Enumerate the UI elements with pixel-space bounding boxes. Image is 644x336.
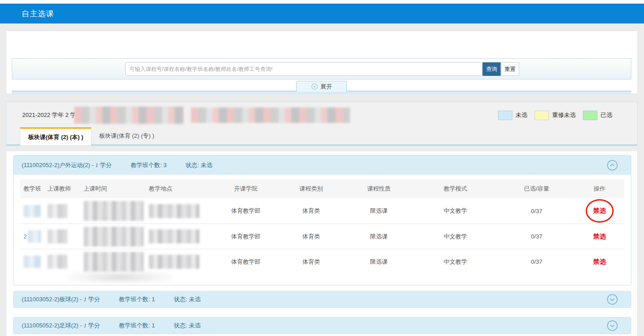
cell-nature: 限选课 <box>345 207 413 215</box>
cell-category: 体育类 <box>277 258 345 266</box>
redacted-smudge <box>20 274 624 285</box>
status-label: 状态: 未选 <box>174 295 200 303</box>
cell-nature: 限选课 <box>345 258 413 266</box>
class-count: 教学班个数: 1 <box>119 295 155 303</box>
search-panel: 查询 重置 展开 <box>6 31 638 94</box>
cell-mode: 中文教学 <box>412 233 498 241</box>
col-time: 上课时间 <box>84 185 149 193</box>
app-header: 自主选课 <box>0 4 644 23</box>
col-class: 教学班 <box>20 185 47 193</box>
forbid-select-button[interactable]: 禁选 <box>593 207 606 214</box>
redacted-blur <box>47 255 67 269</box>
search-input[interactable] <box>125 62 483 76</box>
course-title: (111005052-2)足球(2) - 1 学分 <box>22 322 100 330</box>
course-list-area: (111002052-2)户外运动(2) - 1 学分 教学班个数: 3 状态:… <box>6 151 638 336</box>
cell-mode: 中文教学 <box>412 207 498 215</box>
legend-label: 已选 <box>601 111 612 119</box>
col-nature: 课程性质 <box>345 185 413 193</box>
redacted-blur <box>191 107 350 123</box>
legend-item-retake-unselected: 重修未选 <box>535 111 576 120</box>
col-category: 课程类别 <box>277 185 345 193</box>
class-id-link[interactable]: 2 <box>24 233 27 240</box>
col-college: 开课学院 <box>214 185 278 193</box>
course-panel-football[interactable]: (111005052-2)足球(2) - 1 学分 教学班个数: 1 状态: 未… <box>13 317 631 334</box>
table-header-row: 教学班 上课教师 上课时间 教学地点 开课学院 课程类别 课程性质 教学模式 已… <box>20 179 624 198</box>
col-mode: 教学模式 <box>412 185 498 193</box>
query-button[interactable]: 查询 <box>483 62 501 76</box>
course-card-outdoor: (111002052-2)户外运动(2) - 1 学分 教学班个数: 3 状态:… <box>13 155 631 285</box>
tab-sports-undergrad[interactable]: 板块课(体育 (2) (本) ) <box>20 127 91 145</box>
col-action: 操作 <box>575 185 624 193</box>
term-label: 2021-2022 学年 2 学期 <box>22 111 82 119</box>
col-teacher: 上课教师 <box>47 185 84 193</box>
cell-mode: 中文教学 <box>412 258 498 266</box>
col-capacity: 已选/容量 <box>498 185 575 193</box>
course-title: (111002052-2)户外运动(2) - 1 学分 <box>22 161 112 169</box>
table-row: 体育教学部 体育类 限选课 中文教学 0/37 禁选 <box>20 198 624 224</box>
redacted-blur <box>84 201 144 221</box>
redacted-blur <box>149 255 199 269</box>
legend-swatch <box>498 111 512 120</box>
table-row: 2 体育教学部 体育类 限选课 中文教学 0/37 禁选 <box>20 224 624 249</box>
redacted-blur <box>28 230 41 243</box>
redacted-blur <box>24 256 41 268</box>
redacted-blur <box>47 204 67 218</box>
term-row: 2021-2022 学年 2 学期 未选 重修未选 已选 <box>6 102 637 128</box>
cell-college: 体育教学部 <box>214 207 278 215</box>
redacted-blur <box>84 227 144 247</box>
cell-category: 体育类 <box>277 207 345 215</box>
content-background: 查询 重置 展开 2021-2022 学年 2 学期 <box>0 23 644 336</box>
course-panel-cricket[interactable]: (111003052-2)板球(2) - 1 学分 教学班个数: 1 状态: 未… <box>13 291 631 308</box>
chevron-down-circle-icon[interactable] <box>606 320 618 331</box>
chevron-down-circle-icon <box>311 83 318 90</box>
category-tabs: 板块课(体育 (2) (本) ) 板块课(体育 (2) (专) ) <box>6 128 637 145</box>
class-count: 教学班个数: 3 <box>131 161 166 169</box>
legend-label: 重修未选 <box>552 111 576 119</box>
cell-college: 体育教学部 <box>214 258 278 266</box>
table-row: 体育教学部 体育类 限选课 中文教学 0/37 禁选 <box>20 249 624 274</box>
redacted-blur <box>47 229 67 243</box>
search-box: 查询 重置 <box>12 58 631 79</box>
legend-item-selected: 已选 <box>583 111 612 120</box>
tab-sports-college[interactable]: 板块课(体育 (2) (专) ) <box>91 127 162 145</box>
class-count: 教学班个数: 1 <box>119 322 155 330</box>
cell-capacity: 0/37 <box>498 233 575 240</box>
chevron-down-circle-icon[interactable] <box>606 294 618 305</box>
cell-college: 体育教学部 <box>214 233 278 241</box>
cell-nature: 限选课 <box>345 233 413 241</box>
cell-capacity: 0/37 <box>498 258 575 265</box>
redacted-blur <box>149 204 199 218</box>
col-location: 教学地点 <box>149 185 214 193</box>
course-title: (111003052-2)板球(2) - 1 学分 <box>22 295 100 303</box>
expand-row: 展开 <box>12 79 631 91</box>
redacted-blur <box>24 205 41 217</box>
forbid-select-button[interactable]: 禁选 <box>593 233 606 240</box>
reset-button[interactable]: 重置 <box>501 62 519 76</box>
status-label: 状态: 未选 <box>185 161 212 169</box>
legend-swatch <box>535 111 549 120</box>
expand-toggle[interactable]: 展开 <box>296 81 347 92</box>
class-table: 教学班 上课教师 上课时间 教学地点 开课学院 课程类别 课程性质 教学模式 已… <box>14 175 631 285</box>
cell-capacity: 0/37 <box>498 208 575 215</box>
redacted-blur <box>84 252 144 272</box>
redacted-blur <box>149 229 199 243</box>
course-panel-header[interactable]: (111002052-2)户外运动(2) - 1 学分 教学班个数: 3 状态:… <box>14 155 631 175</box>
chevron-up-circle-icon[interactable] <box>606 159 618 171</box>
legend-swatch <box>583 111 597 120</box>
cell-category: 体育类 <box>277 233 345 241</box>
legend-label: 未选 <box>516 111 527 119</box>
redacted-blur <box>74 107 184 124</box>
forbid-select-button[interactable]: 禁选 <box>593 258 606 265</box>
status-label: 状态: 未选 <box>174 322 200 330</box>
page-title: 自主选课 <box>22 9 54 19</box>
term-panel: 2021-2022 学年 2 学期 未选 重修未选 已选 <box>6 102 638 146</box>
legend-item-unselected: 未选 <box>498 111 527 120</box>
expand-label: 展开 <box>321 83 332 91</box>
status-legend: 未选 重修未选 已选 <box>498 102 612 128</box>
page: 自主选课 查询 重置 展开 <box>0 0 644 336</box>
